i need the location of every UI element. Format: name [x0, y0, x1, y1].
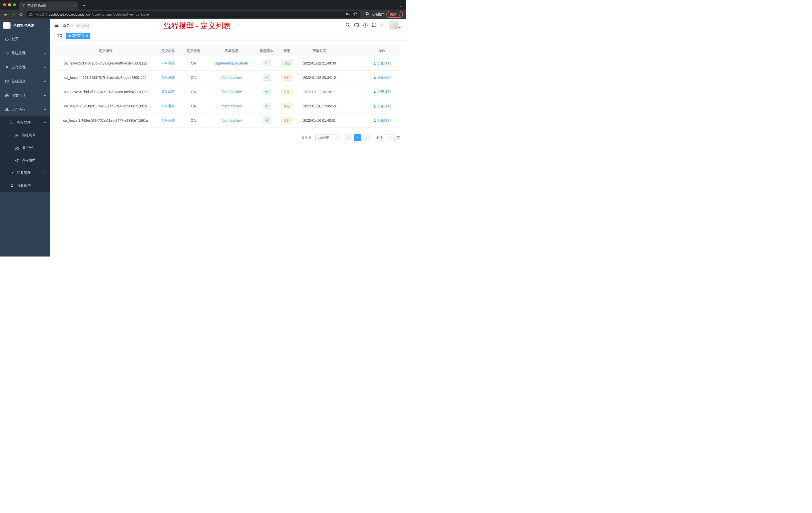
sidebar-brand: 芋道管理系统 — [0, 19, 50, 32]
user-icon — [373, 76, 376, 79]
cell-category: OA — [181, 85, 206, 99]
definition-name-link[interactable]: OA 请假 — [162, 75, 174, 80]
form-link[interactable]: /bpm/oa/flow — [222, 90, 241, 94]
tab-search-chevron-icon[interactable] — [399, 4, 402, 8]
next-page-button[interactable]: › — [363, 134, 371, 141]
search-icon[interactable] — [346, 23, 350, 28]
hamburger-icon[interactable] — [54, 23, 59, 28]
breadcrumb-home[interactable]: 首页 — [63, 23, 70, 28]
window-minimize-button[interactable] — [8, 3, 11, 6]
form-link[interactable]: /bpm/oa/flow — [222, 104, 241, 108]
assign-rule-link[interactable]: 分配规则 — [373, 118, 391, 123]
sidebar-item-home[interactable]: 首页 — [0, 32, 50, 46]
definition-name-link[interactable]: OA 请假 — [162, 90, 174, 94]
user-avatar-menu[interactable]: ▾ — [389, 21, 401, 29]
chevron-down-icon — [44, 172, 46, 174]
reload-button[interactable] — [17, 10, 25, 18]
fullscreen-icon[interactable] — [372, 23, 376, 28]
sidebar-item-system[interactable]: 系统管理 — [0, 46, 50, 60]
sidebar-item-devtools[interactable]: 研发工具 — [0, 88, 50, 102]
column-header-form: 表单信息 — [206, 46, 257, 56]
column-header-version: 流程版本 — [257, 46, 276, 56]
assign-rule-link[interactable]: 分配规则 — [373, 104, 391, 109]
sidebar-item-payment[interactable]: ¥ 支付管理 — [0, 60, 50, 74]
cell-category: OA — [181, 70, 206, 85]
status-badge: 激活 — [282, 60, 292, 66]
definition-name-link[interactable]: OA 请假 — [162, 61, 174, 65]
bookmark-star-icon[interactable] — [353, 12, 357, 17]
sidebar-item-task-management[interactable]: 任务管理 — [0, 167, 50, 179]
assign-rule-link[interactable]: 分配规则 — [373, 90, 391, 94]
tag-close-icon[interactable]: × — [86, 34, 88, 38]
password-key-icon[interactable] — [346, 12, 350, 17]
caret-down-icon: ▾ — [336, 137, 337, 139]
cell-category: OA — [181, 99, 206, 113]
yen-icon: ¥ — [5, 65, 9, 69]
browser-toolbar: 不安全 dashboard.yudao.iocoder.cn /bpm/mana… — [0, 9, 406, 19]
form-link[interactable]: /bpm/oa/flow — [222, 76, 241, 80]
github-icon[interactable] — [354, 23, 359, 28]
assign-rule-link[interactable]: 分配规则 — [373, 61, 391, 65]
breadcrumb: 首页 / 流程定义 — [63, 23, 89, 28]
browser-update-button[interactable]: 更新 — [386, 11, 403, 18]
table-header: 定义编号 定义名称 定义分类 表单信息 流程版本 状态 部署时间 操作 — [55, 46, 400, 56]
url-path: /bpm/manager/definition?key=oa_leave — [92, 12, 344, 16]
prev-page-button[interactable]: ‹ — [345, 134, 352, 141]
font-size-icon[interactable]: TT — [381, 23, 385, 27]
table-row: oa_leave:4:991f2193-7b7f-11ec-a3c8-acde4… — [55, 70, 400, 85]
window-close-button[interactable] — [3, 3, 6, 6]
version-tag: v5 — [263, 60, 271, 66]
cell-definition-id: oa_leave:2:3c1f0ef1-76b1-11ec-9c66-a2380… — [55, 99, 156, 113]
version-tag: v3 — [263, 89, 271, 95]
new-tab-button[interactable]: + — [81, 2, 87, 9]
user-group-icon — [15, 146, 19, 150]
sidebar-item-infrastructure[interactable]: 基础设施 — [0, 74, 50, 88]
tag-process-definition[interactable]: 流程定义 × — [66, 33, 90, 39]
user-icon — [373, 90, 376, 94]
column-header-category: 定义分类 — [181, 46, 206, 56]
version-tag: v4 — [263, 74, 271, 81]
definition-name-link[interactable]: OA 请假 — [162, 118, 174, 123]
help-icon[interactable]: ? — [363, 23, 368, 28]
sidebar-item-workflow[interactable]: 工作流程 — [0, 102, 50, 117]
sidebar-item-user-group[interactable]: 用户分组 — [0, 142, 50, 154]
window-controls — [3, 3, 16, 6]
forward-button[interactable] — [9, 10, 17, 18]
page-unit-label: 页 — [397, 135, 400, 140]
sidebar-item-process-model[interactable]: 流程模型 — [0, 154, 50, 167]
top-navbar: 首页 / 流程定义 流程模型 - 定义列表 ? TT ▾ — [50, 19, 406, 32]
column-header-time: 部署时间 — [297, 46, 342, 56]
status-badge: 挂起 — [282, 89, 292, 95]
workflow-submenu: 流程管理 流程表单 用户分组 流程模型 任务管理 请假 — [0, 117, 50, 192]
version-tag: v2 — [263, 103, 271, 109]
page-goto-input[interactable] — [385, 134, 395, 141]
assign-rule-link[interactable]: 分配规则 — [373, 75, 391, 80]
table-row: oa_leave:5:004b710b-7b8a-11ec-8ef0-acde4… — [55, 56, 400, 70]
status-badge: 挂起 — [282, 74, 292, 81]
gear-icon — [5, 52, 9, 55]
tag-home[interactable]: 首页 — [54, 33, 65, 39]
user-icon — [373, 105, 376, 108]
cell-definition-id: oa_leave:3:1fad3d93-7b75-11ec-a3c8-acde4… — [55, 85, 156, 99]
status-badge: 挂起 — [282, 103, 292, 109]
goto-label: 前往 — [376, 135, 383, 140]
caret-down-icon: ▾ — [399, 26, 401, 29]
table-row: oa_leave:1:482ec033-762a-11ec-8477-a2380… — [55, 114, 400, 128]
browser-tab[interactable]: 芋道管理系统 × — [19, 1, 78, 9]
tab-close-icon[interactable]: × — [73, 4, 76, 7]
sidebar-item-process-management[interactable]: 流程管理 — [0, 117, 50, 129]
definition-name-link[interactable]: OA 请假 — [162, 104, 174, 109]
main-content: 定义编号 定义名称 定义分类 表单信息 流程版本 状态 部署时间 操作 oa_l… — [50, 40, 406, 256]
window-zoom-button[interactable] — [13, 3, 16, 6]
sidebar-item-leave-query[interactable]: 请假查询 — [0, 179, 50, 192]
current-page-button[interactable]: 1 — [354, 134, 361, 141]
security-label: 不安全 — [35, 12, 45, 17]
page-size-select[interactable]: 10条/页 ▾ — [315, 134, 340, 141]
table-row: oa_leave:2:3c1f0ef1-76b1-11ec-9c66-a2380… — [55, 99, 400, 114]
sidebar-item-process-form[interactable]: 流程表单 — [0, 129, 50, 142]
form-link[interactable]: /bpm/oa/flow — [222, 118, 241, 122]
back-button[interactable] — [2, 10, 9, 18]
form-link[interactable]: /bpm/oa/leave/create — [215, 61, 248, 65]
tags-view-bar: 首页 流程定义 × — [50, 32, 406, 40]
address-bar[interactable]: 不安全 dashboard.yudao.iocoder.cn /bpm/mana… — [26, 11, 360, 18]
